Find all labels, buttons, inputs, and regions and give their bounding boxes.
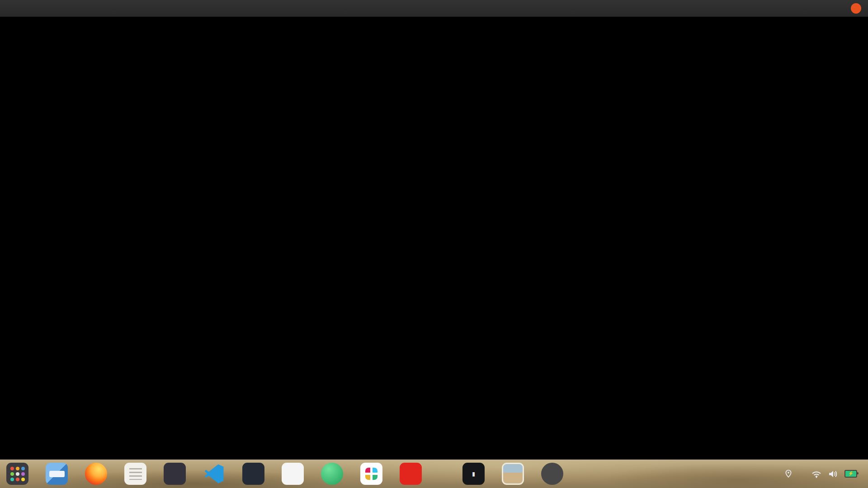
taskbar: ▮ ⚡ xyxy=(0,460,868,488)
acrobat-icon[interactable] xyxy=(400,463,422,485)
wifi-icon[interactable] xyxy=(811,470,822,478)
app-grid-dots xyxy=(10,467,25,481)
vscode-icon[interactable] xyxy=(203,463,225,485)
minimize-button[interactable] xyxy=(824,0,839,17)
show-applications-icon[interactable] xyxy=(6,463,28,485)
volume-icon[interactable] xyxy=(828,470,838,478)
window-title xyxy=(0,0,868,17)
battery-icon[interactable]: ⚡ xyxy=(844,470,857,478)
window-titlebar xyxy=(0,0,868,17)
spectra-panels xyxy=(0,17,868,460)
terminal-icon[interactable] xyxy=(164,463,186,485)
close-button[interactable] xyxy=(851,3,861,14)
calculator-icon[interactable] xyxy=(242,463,264,485)
settings-icon[interactable] xyxy=(541,463,563,485)
terminal-dollar-icon[interactable]: ▮ xyxy=(462,463,485,485)
slack-icon[interactable] xyxy=(360,463,382,485)
downloads-icon[interactable] xyxy=(321,463,343,485)
mail-icon[interactable] xyxy=(282,463,304,485)
dock: ▮ xyxy=(6,463,563,485)
firefox-icon[interactable] xyxy=(85,463,107,485)
text-editor-icon[interactable] xyxy=(124,463,146,485)
aips-plot-canvas xyxy=(0,17,868,460)
clock[interactable] xyxy=(798,470,805,478)
image-viewer-icon[interactable] xyxy=(502,463,524,485)
system-tray: ⚡ xyxy=(785,460,863,488)
location-pin-icon xyxy=(785,469,792,478)
files-icon[interactable] xyxy=(46,463,68,485)
